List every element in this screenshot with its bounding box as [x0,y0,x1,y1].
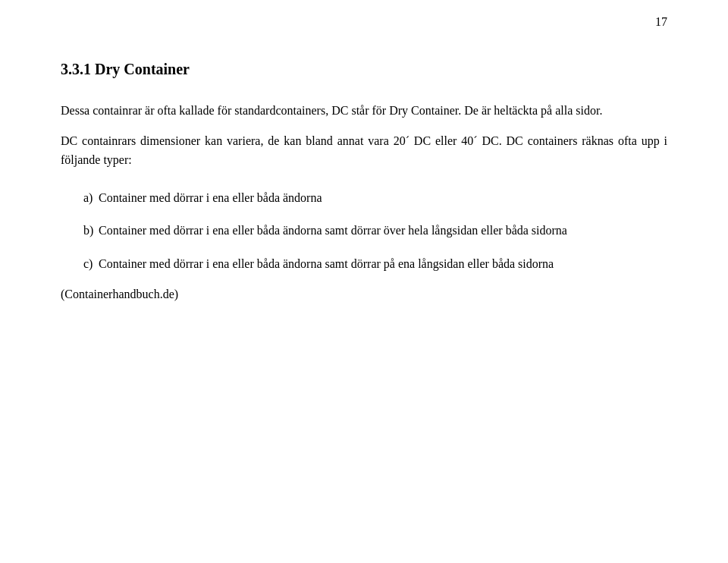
list-item: a) Container med dörrar i ena eller båda… [61,188,667,208]
section-heading: 3.3.1 Dry Container [61,61,667,78]
list-content-a: Container med dörrar i ena eller båda än… [99,188,667,208]
paragraph-1: Dessa containrar är ofta kallade för sta… [61,101,667,121]
source-note: (Containerhandbuch.de) [61,288,667,301]
list-label-b: b) [61,221,99,241]
page-container: 17 3.3.1 Dry Container Dessa containrar … [0,0,728,332]
list-label-c: c) [61,254,99,274]
list-content-b: Container med dörrar i ena eller båda än… [99,221,667,241]
list-section: a) Container med dörrar i ena eller båda… [61,188,667,274]
list-label-a: a) [61,188,99,208]
paragraph-2: DC containrars dimensioner kan variera, … [61,131,667,170]
list-item: b) Container med dörrar i ena eller båda… [61,221,667,241]
list-content-c: Container med dörrar i ena eller båda än… [99,254,667,274]
page-number: 17 [655,15,667,29]
list-item: c) Container med dörrar i ena eller båda… [61,254,667,274]
